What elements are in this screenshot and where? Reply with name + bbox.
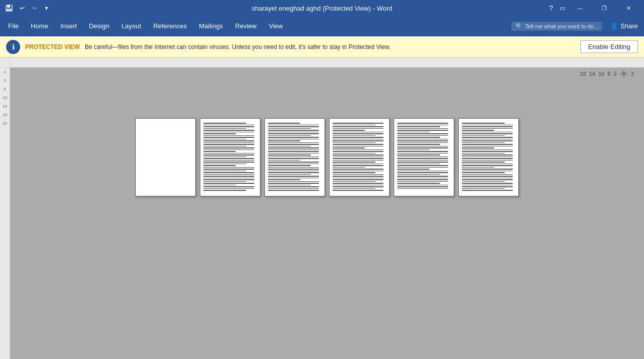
- vertical-ruler: 2 2 6 10 14 18 22: [0, 68, 10, 359]
- ruler-num-18: 18: [580, 71, 586, 77]
- document-title: sharayet eneghad aghd (Protected View) -…: [252, 5, 392, 12]
- horizontal-ruler: [10, 58, 644, 67]
- protected-view-bar: ℹ PROTECTED VIEW Be careful—files from t…: [0, 36, 644, 58]
- page-5: [394, 118, 454, 196]
- ruler-num-6: 6: [608, 71, 611, 77]
- protected-label: PROTECTED VIEW: [25, 43, 80, 50]
- share-label: Share: [620, 22, 638, 30]
- content-area: 18 14 10 6 2 2: [10, 68, 644, 359]
- ruler-crosshair: [620, 70, 628, 78]
- restore-button[interactable]: ❐: [593, 1, 616, 16]
- page-6: [458, 118, 519, 196]
- enable-editing-button[interactable]: Enable Editing: [580, 40, 638, 53]
- ruler-num-10: 10: [598, 71, 604, 77]
- page-2: [200, 118, 260, 196]
- ruler-mark-2b: 2: [4, 78, 6, 83]
- ruler-corner: [0, 58, 10, 67]
- customize-button[interactable]: ▾: [41, 3, 51, 13]
- search-label: Tell me what you want to do...: [525, 23, 598, 29]
- undo-redo-group: ↩ ↪ ▾: [17, 3, 51, 13]
- tab-mailings[interactable]: Mailings: [193, 16, 229, 36]
- close-button[interactable]: ✕: [617, 1, 640, 16]
- help-icon[interactable]: ?: [546, 3, 556, 13]
- ribbon-toggle-icon[interactable]: ▭: [557, 3, 567, 13]
- ruler-mark-22: 22: [3, 121, 7, 126]
- tab-layout[interactable]: Layout: [116, 16, 147, 36]
- ruler-container: [0, 58, 644, 68]
- page-4: [329, 118, 390, 196]
- tab-references[interactable]: References: [147, 16, 193, 36]
- search-icon: 🔍: [515, 23, 523, 30]
- protected-message: Be careful—files from the Internet can c…: [85, 43, 575, 50]
- undo-button[interactable]: ↩: [17, 3, 27, 13]
- ruler-num-14: 14: [589, 71, 595, 77]
- tab-design[interactable]: Design: [83, 16, 115, 36]
- minimize-button[interactable]: —: [568, 1, 592, 16]
- share-icon: 👤: [610, 22, 618, 30]
- tab-home[interactable]: Home: [25, 16, 55, 36]
- ruler-mark-14: 14: [3, 104, 7, 109]
- page-1: [135, 118, 196, 196]
- svg-rect-2: [7, 9, 12, 11]
- ruler-numbers: 18 14 10 6 2 2: [580, 70, 634, 78]
- ribbon-tabs: File Home Insert Design Layout Reference…: [2, 16, 511, 36]
- save-icon[interactable]: [4, 3, 14, 13]
- ribbon-search[interactable]: 🔍 Tell me what you want to do...: [511, 22, 602, 31]
- redo-button[interactable]: ↪: [29, 3, 39, 13]
- title-bar: ↩ ↪ ▾ sharayet eneghad aghd (Protected V…: [0, 0, 644, 16]
- ruler-marks: [12, 58, 644, 67]
- pages-container: [125, 108, 529, 207]
- page-3: [264, 118, 325, 196]
- svg-rect-1: [7, 5, 10, 8]
- tab-insert[interactable]: Insert: [55, 16, 83, 36]
- ruler-mark-18: 18: [3, 113, 7, 117]
- tab-review[interactable]: Review: [229, 16, 263, 36]
- main-area: 2 2 6 10 14 18 22 18 14 10 6 2 2: [0, 68, 644, 359]
- ruler-mark-2a: 2: [4, 70, 6, 74]
- window-controls: ? ▭ — ❐ ✕: [546, 1, 640, 16]
- ribbon: File Home Insert Design Layout Reference…: [0, 16, 644, 36]
- protected-icon: ℹ: [6, 40, 20, 54]
- ruler-mark-10: 10: [3, 95, 7, 100]
- ruler-num-2: 2: [614, 71, 617, 77]
- share-button[interactable]: 👤 Share: [606, 22, 642, 30]
- ruler-mark-6: 6: [4, 87, 6, 91]
- tab-file[interactable]: File: [2, 16, 25, 36]
- title-bar-left: ↩ ↪ ▾: [4, 3, 51, 13]
- ruler-num-2b: 2: [631, 71, 634, 77]
- tab-view[interactable]: View: [262, 16, 289, 36]
